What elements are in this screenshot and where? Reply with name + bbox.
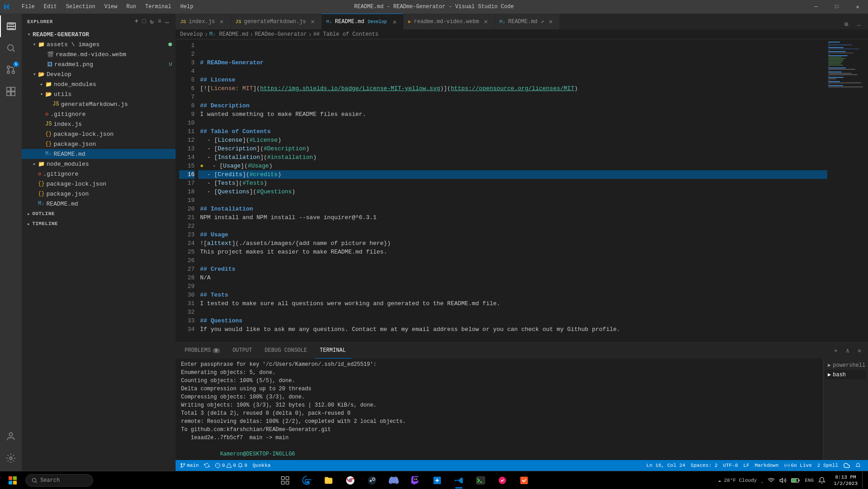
collapse-icon[interactable]: ≡: [157, 17, 162, 26]
status-spell[interactable]: 2 Spell: [815, 460, 841, 471]
tab-video[interactable]: ▶ readme.md-video.webm ✕: [404, 14, 495, 29]
taskbar-twitch[interactable]: [405, 471, 425, 489]
timeline-section[interactable]: ▸ TIMELINE: [22, 219, 176, 229]
tab-close-readme[interactable]: ✕: [391, 18, 399, 26]
menu-edit[interactable]: Edit: [40, 3, 61, 11]
tab-close-generate[interactable]: ✕: [309, 18, 317, 26]
tree-gitignore-1[interactable]: ⊙ .gitignore: [22, 109, 176, 119]
tab-output[interactable]: OUTPUT: [227, 343, 258, 359]
tab-close-video[interactable]: ✕: [482, 18, 490, 26]
tree-package-json-2[interactable]: {} package.json: [22, 189, 176, 199]
minimize-button[interactable]: ─: [806, 0, 826, 14]
activity-search[interactable]: [0, 37, 22, 59]
systray-battery[interactable]: [789, 471, 802, 489]
menu-help[interactable]: Help: [176, 3, 197, 11]
refresh-icon[interactable]: ↻: [149, 17, 155, 26]
tree-package-lock-2[interactable]: {} package-lock.json: [22, 179, 176, 189]
systray-volume[interactable]: [777, 471, 788, 489]
new-file-icon[interactable]: +: [134, 17, 139, 26]
tree-gitignore-2[interactable]: ⊙ .gitignore: [22, 169, 176, 179]
taskbar-unknown-3[interactable]: [514, 471, 534, 489]
tab-close-readme-2[interactable]: ✕: [547, 18, 555, 26]
tree-readme-selected[interactable]: M↓ README.md: [22, 149, 176, 159]
taskbar-steam[interactable]: [362, 471, 382, 489]
systray-chevron[interactable]: ‸: [759, 471, 765, 489]
status-branch[interactable]: main: [180, 460, 201, 471]
activity-git[interactable]: 1: [0, 59, 22, 81]
taskbar-unknown-2[interactable]: [492, 471, 512, 489]
taskbar-vscode[interactable]: [449, 471, 469, 489]
taskbar-search-box[interactable]: Search: [25, 474, 93, 487]
status-position[interactable]: Ln 16, Col 24: [644, 460, 688, 471]
taskbar-unknown-1[interactable]: [427, 471, 447, 489]
taskbar-edge[interactable]: [297, 471, 317, 489]
activity-extensions[interactable]: [0, 81, 22, 102]
tab-index-js[interactable]: JS index.js ✕: [176, 14, 231, 29]
outline-section[interactable]: ▸ OUTLINE: [22, 209, 176, 219]
close-panel-icon[interactable]: ✕: [854, 346, 864, 356]
start-button[interactable]: [2, 471, 24, 489]
new-folder-icon[interactable]: □: [141, 17, 147, 26]
maximize-panel-icon[interactable]: ∧: [843, 346, 853, 356]
tree-root[interactable]: ▾ README-GENERATOR: [22, 29, 176, 39]
terminal-output[interactable]: Enter passphrase for key '/c/Users/Kamer…: [176, 359, 823, 460]
more-actions-icon[interactable]: …: [164, 17, 170, 26]
close-button[interactable]: ✕: [847, 0, 868, 14]
tree-readme-root[interactable]: M↓ README.md: [22, 199, 176, 209]
tree-develop-folder[interactable]: ▾ 📂 Develop: [22, 69, 176, 79]
breadcrumb-item-2[interactable]: M↓ README.md: [209, 31, 248, 38]
status-encoding[interactable]: UTF-8: [720, 460, 741, 471]
menu-selection[interactable]: Selection: [62, 3, 99, 11]
tab-problems[interactable]: PROBLEMS 9: [179, 343, 225, 359]
taskbar-files[interactable]: [319, 471, 339, 489]
menu-run[interactable]: Run: [123, 3, 140, 11]
session-powershell[interactable]: ▶ powershell: [825, 360, 866, 370]
show-desktop-button[interactable]: [862, 471, 866, 489]
tree-indexjs[interactable]: JS index.js: [22, 119, 176, 129]
maximize-button[interactable]: □: [826, 0, 847, 14]
taskbar-chrome[interactable]: [340, 471, 360, 489]
status-language[interactable]: Markdown: [752, 460, 782, 471]
status-live-share[interactable]: Go Live: [782, 460, 815, 471]
status-errors[interactable]: 0 0 9: [212, 460, 250, 471]
status-cloud[interactable]: [841, 460, 853, 471]
code-content[interactable]: # READme-Generator ## License [![License…: [198, 39, 827, 342]
status-sync[interactable]: [201, 460, 212, 471]
tree-utils-folder[interactable]: ▾ 📂 utils: [22, 89, 176, 99]
menu-terminal[interactable]: Terminal: [142, 3, 175, 11]
breadcrumb-item-3[interactable]: READme-Generator: [255, 31, 307, 38]
more-tabs-icon[interactable]: …: [854, 19, 864, 29]
tree-assets-folder[interactable]: ▾ 📁 assets \ images: [22, 39, 176, 49]
tab-generatemarkdown-js[interactable]: JS generateMarkdown.js ✕: [231, 14, 322, 29]
systray-weather[interactable]: ☁ 28°F Cloudy: [716, 471, 759, 489]
tree-package-lock-1[interactable]: {} package-lock.json: [22, 129, 176, 139]
tree-video-file[interactable]: 🎬 readme.md-video.webm: [22, 49, 176, 59]
session-bash[interactable]: ▶ bash: [825, 370, 866, 379]
status-bell[interactable]: [853, 460, 863, 471]
activity-account[interactable]: [0, 426, 22, 447]
status-quokka[interactable]: Quokka: [250, 460, 273, 471]
breadcrumb-item-4[interactable]: ## Table of Contents: [313, 31, 378, 38]
status-line-ending[interactable]: LF: [741, 460, 752, 471]
menu-view[interactable]: View: [100, 3, 121, 11]
systray-lang[interactable]: ENG: [803, 471, 816, 489]
systray-network[interactable]: [766, 471, 777, 489]
tree-png-file[interactable]: 🖼 readme1.png U: [22, 59, 176, 69]
systray-notification-center[interactable]: [816, 471, 827, 489]
menu-file[interactable]: File: [18, 3, 38, 11]
tree-generatemarkdown[interactable]: JS generateMarkdown.js: [22, 99, 176, 109]
activity-explorer[interactable]: [0, 15, 22, 37]
tab-readme-md[interactable]: M↓ README.md Develop ✕: [322, 14, 404, 29]
breadcrumb-item-1[interactable]: Develop: [180, 31, 203, 38]
tab-terminal[interactable]: TERMINAL: [314, 343, 351, 359]
taskbar-discord[interactable]: [384, 471, 404, 489]
tab-close-index[interactable]: ✕: [218, 18, 226, 26]
tree-package-json-1[interactable]: {} package.json: [22, 139, 176, 149]
taskbar-terminal[interactable]: [471, 471, 491, 489]
status-spaces[interactable]: Spaces: 2: [688, 460, 720, 471]
split-editor-icon[interactable]: ⊞: [841, 19, 852, 29]
taskbar-taskview[interactable]: [275, 471, 295, 489]
tree-node-modules-1[interactable]: ▸ 📁 node_modules: [22, 79, 176, 89]
activity-settings[interactable]: [0, 447, 22, 469]
taskbar-clock[interactable]: 8:13 PM 1/2/2023: [829, 471, 862, 489]
